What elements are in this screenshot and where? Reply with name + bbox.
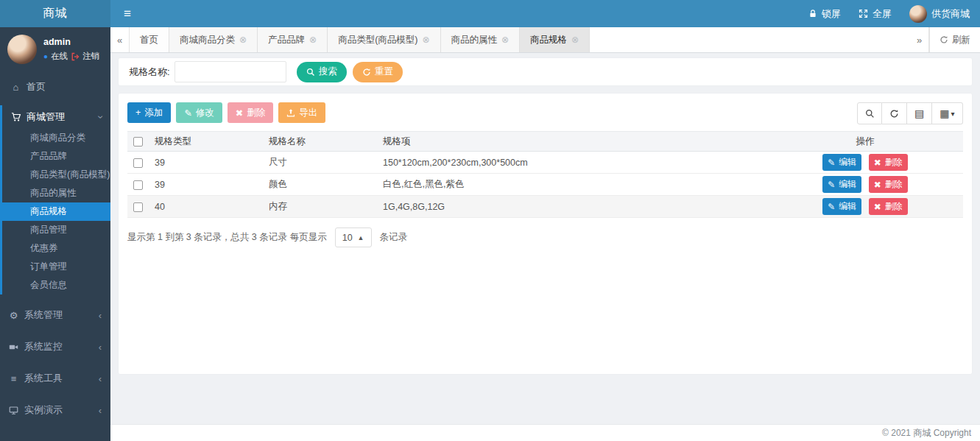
pagination-summary: 显示第 1 到第 3 条记录，总共 3 条记录 (127, 231, 287, 244)
tab-goods-attribute[interactable]: 商品的属性 ⊗ (441, 27, 521, 52)
sidebar-item-goods-category[interactable]: 商城商品分类 (2, 129, 110, 147)
pagination: 显示第 1 到第 3 条记录，总共 3 条记录 每页显示 10 ▲ 条记录 (127, 227, 963, 247)
column-header-spec-items: 规格项 (377, 132, 767, 152)
cell-spec-name: 颜色 (263, 174, 377, 196)
sidebar-item-home[interactable]: ⌂ 首页 (0, 76, 110, 98)
plus-icon: + (135, 107, 141, 118)
sidebar-item-order-management[interactable]: 订单管理 (2, 258, 110, 276)
sidebar-item-system-monitor[interactable]: 系统监控 ‹ (0, 336, 110, 358)
table-panel: + 添加 ✎ 修改 ✖ 删除 导出 (118, 93, 973, 375)
tab-goods-spec[interactable]: 商品规格 ⊗ (520, 27, 590, 52)
spec-name-input[interactable] (175, 61, 286, 82)
table-header-row: 规格类型 规格名称 规格项 操作 (127, 132, 963, 152)
refresh-icon (889, 109, 899, 119)
caret-down-icon: ▾ (951, 110, 955, 118)
logout-link[interactable]: 注销 (82, 51, 99, 62)
user-panel: admin ● 在线 注销 (0, 27, 110, 73)
tabs-scroll-left-icon[interactable]: « (110, 27, 130, 52)
cell-spec-name: 尺寸 (263, 152, 377, 174)
tab-goods-type[interactable]: 商品类型(商品模型) ⊗ (328, 27, 440, 52)
tab-goods-category[interactable]: 商城商品分类 ⊗ (169, 27, 258, 52)
fullscreen-icon (859, 9, 868, 18)
tab-home[interactable]: 首页 (130, 27, 169, 52)
tabs-scroll-right-icon[interactable]: » (910, 27, 929, 52)
sidebar-item-mall-management[interactable]: 商城管理 ‹ (2, 105, 110, 129)
column-header-spec-type: 规格类型 (149, 132, 263, 152)
chevron-left-icon: ‹ (99, 310, 102, 321)
close-icon[interactable]: ⊗ (239, 35, 247, 45)
sidebar-toggle-icon[interactable]: ≡ (110, 7, 144, 21)
tab-refresh-button[interactable]: 刷新 (929, 27, 980, 52)
lock-screen-button[interactable]: 锁屏 (808, 7, 841, 21)
add-button[interactable]: + 添加 (127, 102, 171, 123)
cell-spec-type: 39 (149, 152, 263, 174)
sidebar-item-coupon[interactable]: 优惠券 (2, 239, 110, 258)
cell-spec-items: 白色,红色,黑色,紫色 (377, 174, 767, 196)
user-name: admin (43, 37, 99, 47)
cell-spec-items: 150*120cm,200*230cm,300*500cm (377, 152, 767, 174)
fullscreen-button[interactable]: 全屏 (859, 7, 892, 21)
row-edit-button[interactable]: ✎编辑 (822, 154, 861, 171)
avatar (7, 35, 37, 64)
brand-logo: 商城 (0, 0, 110, 27)
tab-product-brand[interactable]: 产品品牌 ⊗ (258, 27, 328, 52)
table-search-toggle-button[interactable] (857, 102, 882, 124)
delete-button[interactable]: ✖ 删除 (228, 102, 273, 123)
card-view-icon: ▤ (914, 107, 924, 119)
sidebar-item-demo[interactable]: 实例演示 ‹ (0, 399, 110, 421)
video-camera-icon (8, 342, 19, 352)
columns-dropdown-button[interactable]: ▦ ▾ (932, 102, 963, 124)
row-edit-button[interactable]: ✎编辑 (822, 198, 861, 215)
spec-table: 规格类型 规格名称 规格项 操作 39 尺寸 150*120cm,200*230… (127, 131, 963, 218)
sidebar-item-system-tools[interactable]: ≡ 系统工具 ‹ (0, 367, 110, 389)
footer: © 2021 商城 Copyright (110, 424, 980, 441)
gear-icon: ⚙ (8, 310, 19, 321)
sidebar: 商城 admin ● 在线 注销 ⌂ 首页 商城管理 (0, 0, 110, 441)
close-icon[interactable]: ⊗ (309, 35, 317, 45)
per-page-prefix: 每页显示 (290, 231, 327, 244)
content-area: 规格名称: 搜索 重置 + 添加 ✎ (110, 53, 980, 441)
modify-button[interactable]: ✎ 修改 (176, 102, 222, 123)
sidebar-item-goods-management[interactable]: 商品管理 (2, 221, 110, 239)
page-size-select[interactable]: 10 ▲ (335, 227, 372, 247)
toggle-card-view-button[interactable]: ▤ (907, 102, 932, 124)
table-refresh-button[interactable] (882, 102, 907, 124)
row-checkbox[interactable] (133, 158, 143, 168)
sidebar-item-member-info[interactable]: 会员信息 (2, 276, 110, 294)
column-header-operation: 操作 (767, 132, 963, 152)
sidebar-item-goods-type[interactable]: 商品类型(商品模型) (2, 166, 110, 184)
user-menu[interactable]: 供货商城 (909, 5, 970, 23)
sidebar-item-system-management[interactable]: ⚙ 系统管理 ‹ (0, 304, 110, 326)
x-icon: ✖ (874, 202, 881, 212)
app-window: 商城 admin ● 在线 注销 ⌂ 首页 商城管理 (0, 0, 980, 441)
reset-button[interactable]: 重置 (353, 62, 403, 82)
export-button[interactable]: 导出 (278, 102, 325, 123)
row-checkbox[interactable] (133, 202, 143, 212)
select-all-checkbox[interactable] (133, 137, 143, 147)
per-page-suffix: 条记录 (380, 231, 408, 244)
row-delete-button[interactable]: ✖删除 (869, 154, 908, 171)
sidebar-item-goods-spec[interactable]: 商品规格 (2, 202, 110, 221)
close-icon[interactable]: ⊗ (422, 35, 429, 45)
search-panel: 规格名称: 搜索 重置 (118, 57, 973, 86)
navbar-avatar (909, 5, 927, 23)
close-icon[interactable]: ⊗ (571, 35, 579, 45)
sidebar-item-goods-attribute[interactable]: 商品的属性 (2, 184, 110, 202)
search-icon (306, 68, 315, 77)
logout-icon[interactable] (71, 52, 80, 61)
edit-icon: ✎ (828, 180, 835, 190)
close-icon[interactable]: ⊗ (501, 35, 509, 45)
row-checkbox[interactable] (133, 180, 143, 190)
sidebar-item-product-brand[interactable]: 产品品牌 (2, 147, 110, 166)
table-row: 39 尺寸 150*120cm,200*230cm,300*500cm ✎编辑 … (127, 152, 963, 174)
row-delete-button[interactable]: ✖删除 (869, 176, 908, 193)
row-delete-button[interactable]: ✖删除 (869, 198, 908, 215)
top-navbar: ≡ 锁屏 全屏 供货商城 (110, 0, 980, 27)
row-edit-button[interactable]: ✎编辑 (822, 176, 861, 193)
cell-spec-type: 39 (149, 174, 263, 196)
edit-icon: ✎ (828, 158, 835, 168)
search-button[interactable]: 搜索 (297, 62, 347, 82)
home-icon: ⌂ (10, 82, 21, 93)
edit-icon: ✎ (184, 107, 191, 119)
refresh-icon (940, 35, 948, 44)
